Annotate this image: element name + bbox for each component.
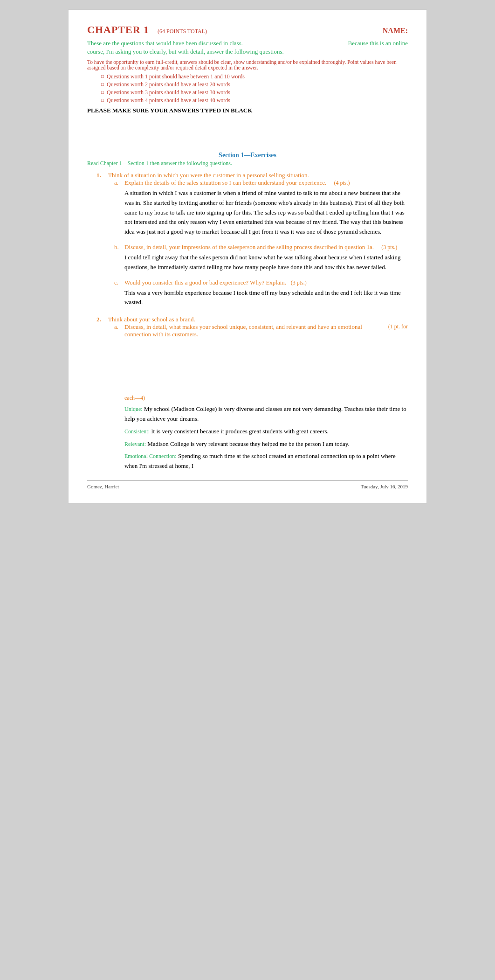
q1b-row: b. Discuss, in detail, your impressions …: [114, 243, 408, 251]
q2a-inner: a. Discuss, in detail, what makes your s…: [114, 323, 384, 338]
header: CHAPTER 1 (64 POINTS TOTAL) NAME:: [87, 24, 408, 36]
q1-number: 1.: [96, 172, 108, 179]
bullet-list: Questions worth 1 point should have betw…: [101, 73, 408, 104]
q1a-letter: a.: [114, 179, 124, 187]
section-header-area: Section 1—Exercises Read Chapter 1—Secti…: [87, 152, 408, 167]
q1b-text: Discuss, in detail, your impressions of …: [124, 243, 397, 251]
points-total: (64 POINTS TOTAL): [158, 28, 207, 35]
bullet-item: Questions worth 1 point should have betw…: [101, 73, 408, 80]
section-read: Read Chapter 1—Section 1 then answer the…: [87, 160, 408, 167]
q1-sub-list: a. Explain the details of the sales situ…: [106, 179, 408, 307]
please-note: PLEASE MAKE SURE YOUR ANSWERS TYPED IN B…: [87, 107, 408, 114]
q1c-row: c. Would you consider this a good or bad…: [114, 279, 408, 286]
consistent-row: Consistent: It is very consistent becaus…: [124, 427, 408, 437]
each-label: each—4): [124, 395, 145, 401]
relevant-label: Relevant:: [124, 441, 146, 447]
intro-left: These are the questions that would have …: [87, 40, 338, 56]
q1c: c. Would you consider this a good or bad…: [106, 279, 408, 308]
footer: Gomez, Harriet Tuesday, July 16, 2019: [87, 480, 408, 489]
relevant-row: Relevant: Madison College is very releva…: [124, 439, 408, 449]
consistent-text: It is very consistent because it produce…: [151, 428, 328, 435]
q1c-answer-block: This was a very horrible experience beca…: [124, 288, 408, 308]
q2-sub-list: a. Discuss, in detail, what makes your s…: [106, 323, 408, 471]
unique-label: Unique:: [124, 406, 143, 412]
chapter-title: CHAPTER 1: [87, 24, 149, 36]
q1b-answer-block: I could tell right away that the sales p…: [124, 253, 408, 272]
q2a-text: Discuss, in detail, what makes your scho…: [124, 323, 384, 338]
relevant-text: Madison College is very relevant because…: [147, 440, 349, 447]
bullet-item: Questions worth 3 points should have at …: [101, 89, 408, 96]
q2a-each-block: each—4): [124, 394, 408, 402]
q1b: b. Discuss, in detail, your impressions …: [106, 243, 408, 272]
q1a: a. Explain the details of the sales situ…: [106, 179, 408, 237]
q1a-answer: A situation in which I was a customer is…: [124, 188, 408, 237]
bullet-item: Questions worth 2 points should have at …: [101, 81, 408, 88]
q1b-answer: I could tell right away that the sales p…: [124, 253, 408, 272]
q2a-row: a. Discuss, in detail, what makes your s…: [114, 323, 408, 338]
q2-number: 2.: [96, 316, 108, 323]
q1-row: 1. Think of a situation in which you wer…: [96, 172, 408, 179]
intro-text: These are the questions that would have …: [87, 40, 338, 47]
q2-text: Think about your school as a brand.: [108, 316, 195, 323]
q1c-letter: c.: [114, 279, 124, 286]
question-list: 1. Think of a situation in which you wer…: [96, 172, 408, 471]
q2a: a. Discuss, in detail, what makes your s…: [106, 323, 408, 471]
section-title: Section 1—Exercises: [87, 152, 408, 159]
intro-right: Because this is an online: [338, 40, 408, 47]
footer-name: Gomez, Harriet: [87, 484, 119, 489]
online-note: Because this is an online: [348, 40, 408, 47]
q2-row: 2. Think about your school as a brand.: [96, 316, 408, 323]
q2a-pts: (1 pt. for: [388, 323, 408, 330]
unique-row: Unique: My school (Madison College) is v…: [124, 404, 408, 424]
intro-section: These are the questions that would have …: [87, 40, 408, 56]
q1c-answer: This was a very horrible experience beca…: [124, 288, 408, 308]
q1c-text: Would you consider this a good or bad ex…: [124, 279, 307, 286]
online-note2: course, I'm asking you to clearly, but w…: [87, 48, 338, 56]
question-2: 2. Think about your school as a brand. a…: [96, 316, 408, 471]
instructions-text: To have the opportunity to earn full-cre…: [87, 59, 408, 70]
q2a-sub-answers: Unique: My school (Madison College) is v…: [124, 404, 408, 471]
header-left: CHAPTER 1 (64 POINTS TOTAL): [87, 24, 207, 36]
name-label: NAME:: [383, 27, 408, 35]
q1a-text: Explain the details of the sales situati…: [124, 179, 350, 187]
q1a-row: a. Explain the details of the sales situ…: [114, 179, 408, 187]
page: CHAPTER 1 (64 POINTS TOTAL) NAME: These …: [68, 9, 427, 504]
footer-date: Tuesday, July 16, 2019: [361, 484, 408, 489]
q1b-letter: b.: [114, 243, 124, 251]
emotional-row: Emotional Connection: Spending so much t…: [124, 452, 408, 471]
q2a-letter: a.: [114, 323, 124, 331]
emotional-label: Emotional Connection:: [124, 453, 177, 459]
q1a-answer-block: A situation in which I was a customer is…: [124, 188, 408, 237]
question-1: 1. Think of a situation in which you wer…: [96, 172, 408, 307]
q1-text: Think of a situation in which you were t…: [108, 172, 309, 179]
bullet-item: Questions worth 4 points should have at …: [101, 97, 408, 104]
consistent-label: Consistent:: [124, 428, 150, 435]
unique-text: My school (Madison College) is very dive…: [124, 405, 406, 422]
